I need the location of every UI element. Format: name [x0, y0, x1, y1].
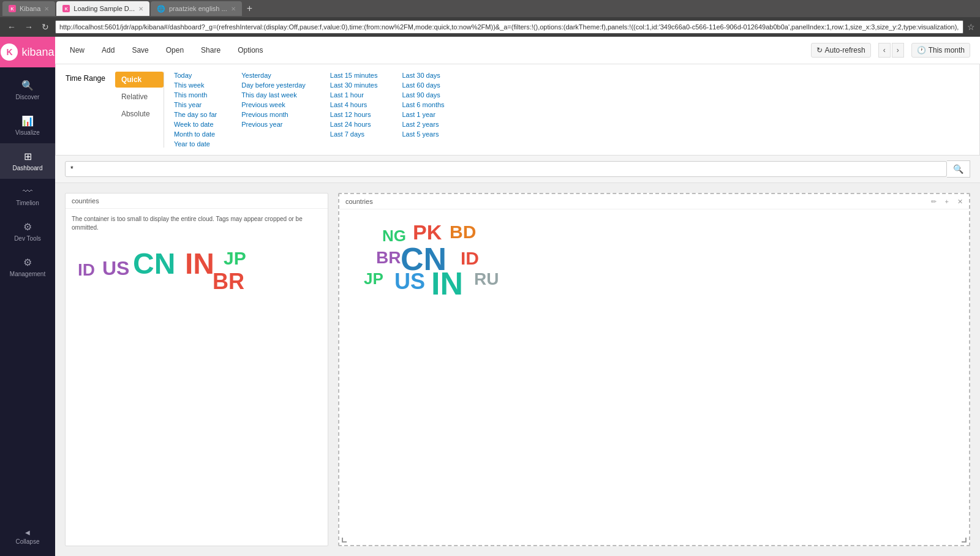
tab-close-icon[interactable]: ✕ — [44, 6, 49, 12]
time-prev-button[interactable]: ‹ — [878, 43, 891, 58]
search-button[interactable]: 🔍 — [947, 160, 970, 178]
time-option[interactable]: Last 1 year — [402, 111, 444, 118]
time-range-button[interactable]: 🕐 This month — [911, 43, 970, 58]
word-cloud-tag[interactable]: IN — [185, 249, 214, 279]
time-range-title: Time Range — [66, 72, 105, 83]
time-next-button[interactable]: › — [892, 43, 904, 58]
word-cloud-tag[interactable]: IN — [431, 268, 463, 299]
address-bar[interactable] — [55, 20, 963, 34]
tab-praatziek[interactable]: 🌐 praatziek english ... ✕ — [151, 1, 242, 16]
bookmark-icon[interactable]: ☆ — [967, 22, 975, 32]
time-option[interactable]: Day before yesterday — [241, 81, 306, 89]
sidebar-logo[interactable]: K kibana — [0, 37, 55, 67]
collapse-button[interactable]: ◀ Collapse — [0, 523, 55, 551]
word-cloud-tag[interactable]: US — [394, 271, 425, 293]
time-option[interactable]: Last 12 hours — [330, 111, 378, 118]
time-option[interactable]: This month — [174, 91, 217, 99]
tab-kibana[interactable]: K Kibana ✕ — [2, 1, 55, 16]
word-cloud-tag[interactable]: RU — [474, 271, 499, 288]
time-option[interactable]: Week to date — [174, 121, 217, 128]
tab-absolute[interactable]: Absolute — [115, 106, 164, 122]
time-option[interactable]: Previous week — [241, 101, 306, 108]
panel-expand-button[interactable]: + — [943, 197, 951, 207]
time-option[interactable]: This day last week — [241, 91, 306, 99]
word-cloud-tag[interactable]: BR — [213, 271, 244, 293]
time-option[interactable]: Previous month — [241, 111, 306, 118]
open-button[interactable]: Open — [161, 43, 189, 57]
top-toolbar: New Add Save Open Share Options ↻ Auto-r… — [55, 37, 980, 64]
time-option[interactable]: Last 90 days — [402, 91, 444, 99]
left-cloud-words: IDUSCNINJPBR — [72, 237, 322, 310]
time-option[interactable]: Last 30 days — [402, 72, 444, 79]
share-button[interactable]: Share — [196, 43, 225, 57]
time-option[interactable]: This week — [174, 81, 217, 89]
word-cloud-tag[interactable]: BR — [376, 249, 401, 266]
word-cloud-tag[interactable]: PK — [413, 222, 442, 242]
time-option[interactable]: Last 5 years — [402, 130, 444, 138]
save-button[interactable]: Save — [127, 43, 153, 57]
right-panel: countries ✏ + ✕ NGPKBDBRCNIDJPUSINRU — [338, 193, 970, 546]
sidebar-item-dashboard[interactable]: ⊞ Dashboard — [0, 143, 55, 179]
sidebar-item-visualize[interactable]: 📊 Visualize — [0, 108, 55, 143]
panel-edit-button[interactable]: ✏ — [929, 197, 939, 207]
left-word-cloud: The container is too small to display th… — [66, 209, 328, 546]
tab-loading-label: Loading Sample D... — [74, 5, 135, 12]
sidebar-item-timelion[interactable]: 〰 Timelion — [0, 179, 55, 214]
tab-relative[interactable]: Relative — [115, 89, 164, 105]
new-button[interactable]: New — [65, 43, 89, 57]
sidebar: K kibana 🔍 Discover 📊 Visualize ⊞ Dashbo… — [0, 37, 55, 556]
time-option[interactable]: Last 4 hours — [330, 101, 378, 108]
options-button[interactable]: Options — [233, 43, 268, 57]
time-option[interactable]: Last 24 hours — [330, 121, 378, 128]
tab-close-3-icon[interactable]: ✕ — [231, 6, 236, 12]
reload-button[interactable]: ↻ — [39, 21, 51, 33]
sidebar-item-management[interactable]: ⚙ Management — [0, 249, 55, 285]
panel-close-button[interactable]: ✕ — [955, 197, 965, 207]
time-option[interactable]: This year — [174, 101, 217, 108]
time-col-3: Last 15 minutesLast 30 minutesLast 1 hou… — [330, 72, 378, 148]
tab-loading[interactable]: K Loading Sample D... ✕ — [56, 1, 149, 16]
time-option[interactable]: Yesterday — [241, 72, 306, 79]
word-cloud-tag[interactable]: JP — [224, 249, 246, 268]
sidebar-item-devtools[interactable]: ⚙ Dev Tools — [0, 214, 55, 249]
sidebar-item-discover[interactable]: 🔍 Discover — [0, 72, 55, 108]
devtools-icon: ⚙ — [23, 221, 32, 233]
resize-handle-br[interactable] — [962, 538, 967, 543]
word-cloud-tag[interactable]: BD — [450, 223, 476, 241]
time-option[interactable]: Last 15 minutes — [330, 72, 378, 79]
right-cloud-words: NGPKBDBRCNIDJPUSINRU — [345, 216, 963, 338]
tab-quick[interactable]: Quick — [115, 72, 164, 88]
time-option[interactable]: Year to date — [174, 140, 217, 148]
time-option[interactable]: Last 30 minutes — [330, 81, 378, 89]
auto-refresh-label: Auto-refresh — [825, 46, 865, 54]
time-option[interactable]: Last 6 months — [402, 101, 444, 108]
word-cloud-tag[interactable]: JP — [364, 271, 383, 287]
main-content: New Add Save Open Share Options ↻ Auto-r… — [55, 37, 980, 556]
time-option[interactable]: Last 2 years — [402, 121, 444, 128]
sidebar-timelion-label: Timelion — [16, 200, 39, 206]
word-cloud-tag[interactable]: ID — [461, 249, 479, 268]
time-range-label: This month — [929, 46, 965, 54]
back-button[interactable]: ← — [5, 21, 18, 33]
time-option[interactable]: Last 7 days — [330, 130, 378, 138]
forward-button[interactable]: → — [22, 21, 36, 33]
time-option[interactable]: Month to date — [174, 130, 217, 138]
resize-handle-bl[interactable] — [342, 538, 347, 543]
new-tab-button[interactable]: + — [243, 3, 256, 14]
word-cloud-tag[interactable]: CN — [133, 249, 175, 279]
time-option[interactable]: The day so far — [174, 111, 217, 118]
time-option[interactable]: Today — [174, 72, 217, 79]
right-word-cloud: NGPKBDBRCNIDJPUSINRU — [339, 209, 969, 545]
panel-controls: ✏ + ✕ — [929, 197, 965, 207]
time-option[interactable]: Previous year — [241, 121, 306, 128]
time-option[interactable]: Last 60 days — [402, 81, 444, 89]
toolbar-right: ↻ Auto-refresh ‹ › 🕐 This month — [811, 43, 970, 58]
word-cloud-tag[interactable]: ID — [78, 261, 95, 279]
add-button[interactable]: Add — [97, 43, 119, 57]
search-input[interactable] — [65, 161, 947, 177]
collapse-label: Collapse — [16, 538, 40, 545]
word-cloud-tag[interactable]: US — [102, 258, 129, 278]
tab-close-2-icon[interactable]: ✕ — [138, 6, 143, 12]
auto-refresh-button[interactable]: ↻ Auto-refresh — [811, 43, 871, 58]
time-option[interactable]: Last 1 hour — [330, 91, 378, 99]
